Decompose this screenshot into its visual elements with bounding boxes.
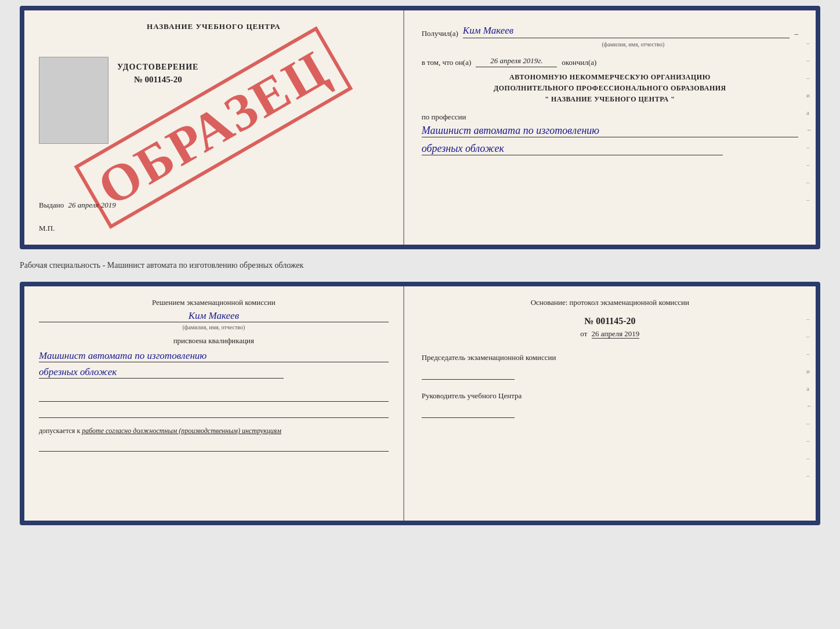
training-center-title: НАЗВАНИЕ УЧЕБНОГО ЦЕНТРА xyxy=(147,22,281,31)
protocol-number: № 001145-20 xyxy=(422,316,798,326)
photo-placeholder xyxy=(39,57,108,144)
certificate-top: НАЗВАНИЕ УЧЕБНОГО ЦЕНТРА УДОСТОВЕРЕНИЕ №… xyxy=(20,6,820,249)
watermark-obrazec: ОБРАЗЕЦ xyxy=(74,26,353,229)
org-line1: АВТОНОМНУЮ НЕКОММЕРЧЕСКУЮ ОРГАНИЗАЦИЮ xyxy=(422,72,798,83)
org-block: АВТОНОМНУЮ НЕКОММЕРЧЕСКУЮ ОРГАНИЗАЦИЮ ДО… xyxy=(422,72,798,106)
komissia-name-line: Ким Макеев xyxy=(39,310,389,322)
empty-line2 xyxy=(39,406,389,418)
document-wrapper: НАЗВАНИЕ УЧЕБНОГО ЦЕНТРА УДОСТОВЕРЕНИЕ №… xyxy=(20,6,820,525)
po-professii-label: по профессии xyxy=(422,112,798,122)
poluchil-label: Получил(а) xyxy=(422,29,458,38)
middle-text: Рабочая специальность - Машинист автомат… xyxy=(20,256,820,275)
vtom-line: в том, что он(а) 26 апреля 2019г. окончи… xyxy=(422,56,798,67)
dash-after-name: – xyxy=(794,29,798,38)
udostoverenie-number: № 001145-20 xyxy=(117,75,198,85)
dopusk-label: допускается к xyxy=(39,427,80,435)
certificate-bottom: Решением экзаменационной комиссии Ким Ма… xyxy=(20,282,820,525)
udostoverenie-label: УДОСТОВЕРЕНИЕ xyxy=(117,63,198,72)
predsedatel-label: Председатель экзаменационной комиссии xyxy=(422,353,798,362)
dopuskaetsya-block: допускается к работе согласно должностны… xyxy=(39,427,389,435)
side-dashes-bottom: –––иа←–––– xyxy=(806,315,813,479)
empty-line3 xyxy=(39,440,389,452)
org-line2: ДОПОЛНИТЕЛЬНОГО ПРОФЕССИОНАЛЬНОГО ОБРАЗО… xyxy=(422,83,798,94)
empty-line1 xyxy=(39,390,389,402)
side-dashes-top: –––иа←–––– xyxy=(806,39,813,203)
vydano-date: 26 апреля 2019 xyxy=(68,201,116,209)
vtom-date: 26 апреля 2019г. xyxy=(476,56,557,67)
prisvoena-label: присвоена квалификация xyxy=(39,336,389,346)
mp-line: М.П. xyxy=(39,224,55,233)
kvalif-line1: Машинист автомата по изготовлению xyxy=(39,350,389,362)
bottom-right: Основание: протокол экзаменационной коми… xyxy=(404,286,816,521)
cert-left: НАЗВАНИЕ УЧЕБНОГО ЦЕНТРА УДОСТОВЕРЕНИЕ №… xyxy=(24,10,404,245)
poluchil-name: Ким Макеев xyxy=(463,25,790,38)
rukovoditel-label: Руководитель учебного Центра xyxy=(422,391,798,401)
poluchil-line: Получил(а) Ким Макеев – xyxy=(422,25,798,38)
professiya-line1: Машинист автомата по изготовлению xyxy=(422,125,798,137)
protocol-date-value: 26 апреля 2019 xyxy=(592,329,640,339)
rukovoditel-block: Руководитель учебного Центра xyxy=(422,391,798,418)
rukovoditel-signature xyxy=(422,403,515,418)
fio-caption-bottom: (фамилия, имя, отчество) xyxy=(39,324,389,330)
resheniem-label: Решением экзаменационной комиссии xyxy=(39,298,389,307)
professiya-line2: обрезных обложек xyxy=(422,143,723,155)
fio-caption-top: (фамилия, имя, отчество) xyxy=(468,41,798,48)
dopusk-text: работе согласно должностным (производств… xyxy=(82,427,281,435)
osnovanie-label: Основание: протокол экзаменационной коми… xyxy=(422,298,798,307)
predsedatel-signature xyxy=(422,365,515,380)
vydano-label: Выдано xyxy=(39,201,64,209)
cert-right: Получил(а) Ким Макеев – (фамилия, имя, о… xyxy=(404,10,816,245)
vtom-label: в том, что он(а) xyxy=(422,58,472,67)
predsedatel-block: Председатель экзаменационной комиссии xyxy=(422,353,798,380)
okoncil-label: окончил(а) xyxy=(562,58,596,67)
bottom-left: Решением экзаменационной комиссии Ким Ма… xyxy=(24,286,404,521)
protocol-date-prefix: от xyxy=(580,329,587,338)
protocol-date: от 26 апреля 2019 xyxy=(422,329,798,339)
kvalif-line2: обрезных обложек xyxy=(39,366,284,379)
vydano-line: Выдано 26 апреля 2019 xyxy=(39,201,116,210)
udostoverenie-block: УДОСТОВЕРЕНИЕ № 001145-20 xyxy=(117,63,198,85)
org-line3: " НАЗВАНИЕ УЧЕБНОГО ЦЕНТРА " xyxy=(422,94,798,105)
